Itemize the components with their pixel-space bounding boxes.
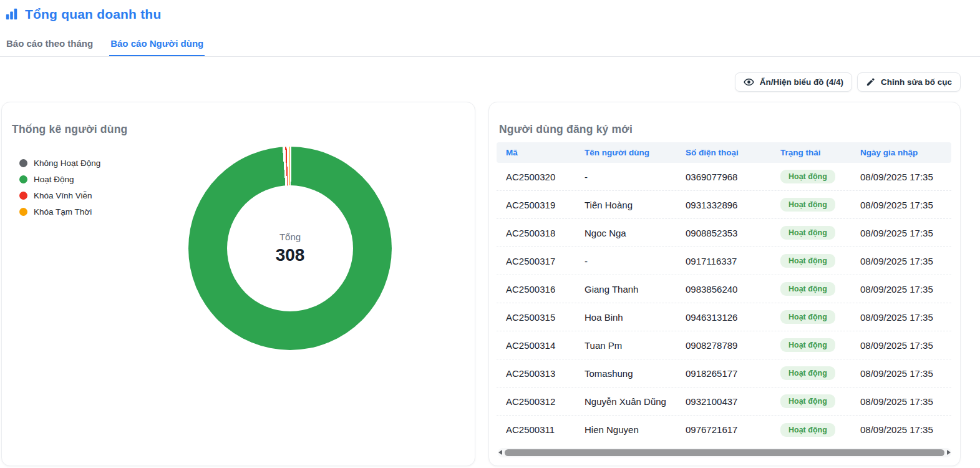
status-badge: Hoạt động (780, 338, 835, 352)
joined-cell: 08/09/2025 17:35 (851, 172, 951, 182)
column-header: Tên người dùng (575, 148, 676, 157)
chart-legend: Không Hoạt ĐộngHoạt ĐộngKhóa Vĩnh ViễnKh… (19, 155, 100, 220)
table-row[interactable]: AC2500319Tiên Hoàng0931332896Hoạt động08… (497, 191, 951, 219)
legend-label: Khóa Tạm Thời (34, 207, 92, 217)
status-badge: Hoạt động (780, 198, 835, 212)
status-badge: Hoạt động (780, 170, 835, 183)
table-card-title: Người dùng đăng ký mới (499, 123, 633, 136)
phone-cell: 0946313126 (676, 312, 771, 323)
phone-cell: 0918265177 (676, 368, 771, 379)
column-header: Số điện thoại (676, 148, 771, 157)
name-cell: Tuan Pm (575, 340, 676, 351)
tab-monthly-report[interactable]: Báo cáo theo tháng (5, 38, 94, 57)
name-cell: Ngoc Nga (575, 228, 676, 238)
table-row[interactable]: AC2500312Nguyễn Xuân Dũng0932100437Hoạt … (497, 388, 951, 416)
phone-cell: 0908278789 (676, 340, 771, 351)
table-row[interactable]: AC2500320-0369077968Hoạt động08/09/2025 … (497, 163, 951, 191)
stats-card-title: Thống kê người dùng (12, 123, 127, 136)
tabs-divider (0, 56, 980, 57)
tab-user-report[interactable]: Báo cáo Người dùng (109, 38, 205, 57)
scroll-right-arrow[interactable] (947, 450, 951, 455)
page-title: Tổng quan doanh thu (25, 7, 161, 22)
code-cell: AC2500318 (497, 228, 575, 238)
legend-color-dot (19, 159, 27, 167)
phone-cell: 0932100437 (676, 396, 771, 407)
users-table-header: MãTên người dùngSố điện thoạiTrạng tháiN… (497, 142, 951, 163)
status-cell: Hoạt động (771, 394, 851, 408)
name-cell: - (575, 256, 676, 266)
table-row[interactable]: AC2500315Hoa Binh0946313126Hoạt động08/0… (497, 303, 951, 331)
phone-cell: 0369077968 (676, 172, 771, 182)
table-row[interactable]: AC2500311Hien Nguyen0976721617Hoạt động0… (497, 416, 951, 444)
status-cell: Hoạt động (771, 226, 851, 240)
table-row[interactable]: AC2500316Giang Thanh0983856240Hoạt động0… (497, 275, 951, 303)
scroll-left-arrow[interactable] (498, 450, 502, 455)
legend-label: Khóa Vĩnh Viễn (34, 191, 92, 200)
name-cell: Tiên Hoàng (575, 200, 676, 210)
edit-layout-button[interactable]: Chỉnh sửa bố cục (857, 72, 961, 92)
name-cell: - (575, 172, 676, 182)
status-cell: Hoạt động (771, 254, 851, 268)
status-badge: Hoạt động (780, 254, 835, 268)
name-cell: Giang Thanh (575, 284, 676, 295)
phone-cell: 0908852353 (676, 228, 771, 238)
donut-total-label: Tổng (279, 232, 301, 242)
joined-cell: 08/09/2025 17:35 (851, 228, 951, 238)
status-badge: Hoạt động (780, 394, 835, 408)
toggle-charts-button[interactable]: Ẩn/Hiện biểu đồ (4/4) (735, 72, 852, 92)
name-cell: Tomashung (575, 368, 676, 379)
horizontal-scrollbar[interactable] (498, 448, 951, 457)
edit-layout-label: Chỉnh sửa bố cục (881, 77, 952, 87)
scrollbar-thumb[interactable] (505, 449, 944, 456)
users-table-body: AC2500320-0369077968Hoạt động08/09/2025 … (497, 163, 951, 444)
code-cell: AC2500320 (497, 172, 575, 182)
code-cell: AC2500314 (497, 340, 575, 351)
toggle-charts-label: Ẩn/Hiện biểu đồ (4/4) (760, 77, 843, 87)
toolbar: Ẩn/Hiện biểu đồ (4/4) Chỉnh sửa bố cục (735, 72, 961, 92)
name-cell: Hoa Binh (575, 312, 676, 323)
legend-color-dot (19, 208, 27, 216)
code-cell: AC2500313 (497, 368, 575, 379)
joined-cell: 08/09/2025 17:35 (851, 256, 951, 266)
legend-color-dot (19, 175, 27, 183)
code-cell: AC2500315 (497, 312, 575, 323)
status-cell: Hoạt động (771, 338, 851, 352)
status-cell: Hoạt động (771, 170, 851, 183)
table-row[interactable]: AC2500318Ngoc Nga0908852353Hoạt động08/0… (497, 219, 951, 247)
user-stats-card: Thống kê người dùng Không Hoạt ĐộngHoạt … (1, 102, 475, 466)
table-row[interactable]: AC2500317-0917116337Hoạt động08/09/2025 … (497, 247, 951, 275)
phone-cell: 0983856240 (676, 284, 771, 295)
legend-item[interactable]: Hoạt Động (19, 171, 100, 187)
status-cell: Hoạt động (771, 282, 851, 296)
status-badge: Hoạt động (780, 310, 835, 324)
code-cell: AC2500311 (497, 424, 575, 435)
tabs: Báo cáo theo tháng Báo cáo Người dùng (5, 38, 205, 57)
legend-item[interactable]: Khóa Tạm Thời (19, 203, 100, 220)
column-header: Mã (497, 148, 575, 157)
donut-center: Tổng 308 (227, 185, 353, 311)
status-cell: Hoạt động (771, 366, 851, 380)
status-cell: Hoạt động (771, 198, 851, 212)
page-header: Tổng quan doanh thu (5, 7, 161, 22)
table-row[interactable]: AC2500314Tuan Pm0908278789Hoạt động08/09… (497, 331, 951, 359)
phone-cell: 0917116337 (676, 256, 771, 266)
status-badge: Hoạt động (780, 282, 835, 296)
table-row[interactable]: AC2500313Tomashung0918265177Hoạt động08/… (497, 359, 951, 388)
joined-cell: 08/09/2025 17:35 (851, 424, 951, 435)
column-header: Ngày gia nhập (851, 148, 951, 157)
name-cell: Hien Nguyen (575, 424, 676, 435)
status-badge: Hoạt động (780, 366, 835, 380)
joined-cell: 08/09/2025 17:35 (851, 340, 951, 351)
status-badge: Hoạt động (780, 226, 835, 240)
joined-cell: 08/09/2025 17:35 (851, 368, 951, 379)
joined-cell: 08/09/2025 17:35 (851, 312, 951, 323)
donut-chart[interactable]: Tổng 308 (188, 147, 392, 350)
name-cell: Nguyễn Xuân Dũng (575, 396, 676, 407)
joined-cell: 08/09/2025 17:35 (851, 396, 951, 407)
column-header: Trạng thái (771, 148, 851, 157)
legend-item[interactable]: Không Hoạt Động (19, 155, 100, 171)
donut-total-value: 308 (276, 245, 305, 265)
new-users-card: Người dùng đăng ký mới MãTên người dùngS… (488, 102, 961, 466)
code-cell: AC2500319 (497, 200, 575, 210)
legend-item[interactable]: Khóa Vĩnh Viễn (19, 187, 100, 203)
